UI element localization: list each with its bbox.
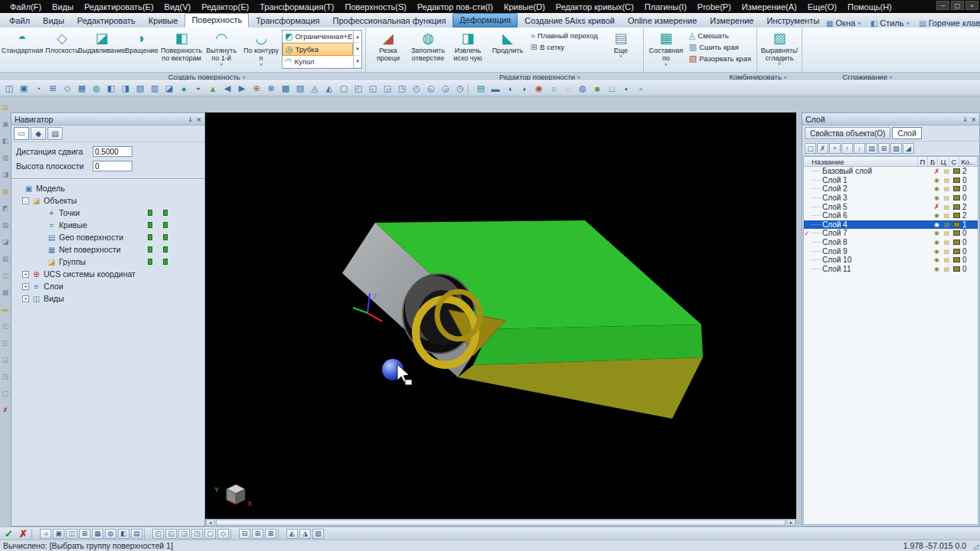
- bottom-toolbar-icon[interactable]: ◳: [191, 529, 203, 539]
- layer-toolbar-icon[interactable]: +: [829, 143, 841, 154]
- ribbon-tab[interactable]: Кривые: [142, 15, 185, 28]
- layer-toolbar-icon[interactable]: ◢: [903, 143, 914, 154]
- side-toolbar-icon[interactable]: ✗: [2, 407, 8, 414]
- toolbar-icon[interactable]: □: [605, 82, 619, 95]
- close-icon[interactable]: ×: [965, 1, 978, 10]
- layer-color-swatch[interactable]: [953, 249, 960, 254]
- bottom-toolbar-icon[interactable]: ◇: [217, 529, 229, 539]
- bottom-toolbar-icon[interactable]: ▤: [131, 529, 142, 539]
- layer-toolbar-icon[interactable]: ⊞: [878, 143, 890, 154]
- toolbar-icon[interactable]: ◵: [424, 82, 438, 95]
- side-toolbar-icon[interactable]: ▢: [2, 390, 9, 397]
- ribbon-small-button[interactable]: ▧ Разорвать края: [686, 53, 754, 64]
- layer-color-swatch[interactable]: [953, 230, 960, 236]
- ribbon-button[interactable]: ◨ Извлечь исхо чую поверхнос ˅: [448, 28, 488, 63]
- side-toolbar-icon[interactable]: ◨: [2, 171, 9, 178]
- layer-row[interactable]: ✓ Слой 7 ◉ ▤ 0: [804, 229, 978, 238]
- tree-item-toggles[interactable]: [137, 222, 204, 228]
- layer-row[interactable]: ✓ Слой 3 ◉ ▤ 0: [804, 194, 978, 203]
- toolbar-icon[interactable]: ▣: [17, 82, 31, 95]
- toolbar-icon[interactable]: ▦: [75, 82, 89, 95]
- toolbar-icon[interactable]: ◬: [308, 82, 322, 95]
- layer-visibility-icon[interactable]: ◉: [932, 185, 942, 192]
- menu-item[interactable]: Редактор пов-сти(I): [412, 2, 498, 12]
- pin-icon[interactable]: ⊸: [187, 116, 194, 122]
- layer-column-header[interactable]: П: [918, 157, 928, 166]
- layer-color-swatch[interactable]: [953, 195, 960, 201]
- layer-color-swatch[interactable]: [953, 257, 960, 262]
- toolbar-icon[interactable]: ◗: [518, 82, 531, 95]
- minimize-icon[interactable]: ─: [936, 1, 949, 10]
- toolbar-icon[interactable]: ◀: [220, 82, 234, 95]
- menu-item[interactable]: Трансформация(T): [254, 2, 339, 12]
- menu-item[interactable]: Поверхность(S): [339, 2, 411, 12]
- toolbar-icon[interactable]: ◇: [60, 82, 74, 95]
- toolbar-icon[interactable]: ◴: [410, 82, 423, 95]
- toolbar-icon[interactable]: ◨: [119, 82, 132, 95]
- toolbar-icon[interactable]: ◳: [395, 82, 409, 95]
- bottom-toolbar-icon[interactable]: ◧: [118, 529, 129, 539]
- bottom-toolbar-icon[interactable]: ⊞: [79, 529, 90, 539]
- side-toolbar-icon[interactable]: ◧: [2, 138, 9, 145]
- tree-item[interactable]: ▤ Geo поверхности: [11, 231, 204, 243]
- tree-item[interactable]: + ◫ Виды: [11, 292, 204, 305]
- ribbon-button[interactable]: ▨ Выравнять/ сгладить ˅: [760, 28, 799, 67]
- bottom-toolbar-icon[interactable]: ✗: [17, 529, 30, 539]
- tree-item-toggles[interactable]: [137, 259, 204, 265]
- ribbon-button[interactable]: ◧ Поверхность по векторам ˅: [162, 28, 201, 62]
- ribbon-tab[interactable]: Трансформация: [250, 15, 325, 28]
- view-cube[interactable]: Y X: [214, 484, 252, 507]
- side-toolbar-icon[interactable]: ▤: [2, 104, 9, 111]
- viewport-hscrollbar[interactable]: ◂ ▸: [205, 519, 796, 527]
- toolbar-icon[interactable]: ▪: [619, 82, 633, 95]
- menu-item[interactable]: Probe(P): [692, 2, 737, 12]
- menu-item[interactable]: Вид(V): [159, 2, 197, 12]
- layer-visibility-icon[interactable]: ◉: [932, 248, 942, 255]
- bottom-toolbar-icon[interactable]: ◰: [152, 529, 164, 539]
- layer-visibility-icon[interactable]: ◉: [932, 230, 942, 236]
- layer-toolbar-icon[interactable]: ↓: [854, 143, 865, 154]
- layer-row[interactable]: ✓ Слой 2 ◉ ▤ 0: [804, 184, 978, 194]
- toolbar-icon[interactable]: ◲: [381, 82, 394, 95]
- toolbar-icon[interactable]: ○: [547, 82, 560, 95]
- tree-item-toggles[interactable]: [137, 210, 204, 216]
- toolbar-icon[interactable]: ⊞: [46, 82, 60, 95]
- menu-item[interactable]: Помощь(H): [842, 2, 897, 12]
- menu-item[interactable]: Плагины(I): [639, 2, 692, 12]
- ribbon-button[interactable]: ◓ Стандартная ˅: [2, 28, 42, 54]
- menu-item[interactable]: Редактор кривых(C): [550, 2, 639, 12]
- viewport-3d[interactable]: Z Y X: [205, 112, 796, 519]
- layer-row[interactable]: ✓ Слой 11 ◉ ▤ 0: [804, 265, 978, 274]
- scroll-right-icon[interactable]: ▸: [787, 520, 795, 526]
- toolbar-icon[interactable]: ◱: [366, 82, 380, 95]
- bottom-toolbar-icon[interactable]: ◮: [299, 529, 311, 539]
- ribbon-button[interactable]: ◇ Плоскость ˅: [42, 28, 82, 54]
- maximize-icon[interactable]: ▢: [951, 1, 964, 10]
- layer-toolbar-icon[interactable]: ▤: [866, 143, 877, 154]
- bottom-toolbar-icon[interactable]: [31, 529, 38, 539]
- ribbon-button[interactable]: ▤ Еще ˅: [601, 28, 641, 59]
- layer-visibility-icon[interactable]: ◉: [932, 256, 942, 263]
- toolbar-icon[interactable]: ◔: [31, 82, 45, 95]
- ribbon-tab[interactable]: Редактировать: [71, 15, 142, 28]
- layer-color-swatch[interactable]: [953, 213, 960, 218]
- menu-item[interactable]: Кривые(D): [498, 2, 550, 12]
- layer-row[interactable]: ✓ Слой 5 ✗ ▤ 2: [804, 202, 978, 211]
- ribbon-button[interactable]: ◗ Вращение ˅: [122, 28, 162, 54]
- side-toolbar-icon[interactable]: ◫: [2, 272, 9, 279]
- ribbon-tab[interactable]: Инструменты: [760, 15, 825, 28]
- layer-visibility-icon[interactable]: ◉: [932, 221, 942, 228]
- bottom-toolbar-icon[interactable]: ▣: [53, 529, 64, 539]
- ribbon-small-button[interactable]: ≈ Плавный переход: [528, 30, 601, 41]
- side-toolbar-icon[interactable]: ◳: [2, 373, 9, 380]
- layer-visibility-icon[interactable]: ◉: [932, 212, 942, 219]
- side-toolbar-icon[interactable]: ◰: [2, 323, 9, 330]
- scroll-left-icon[interactable]: ◂: [206, 520, 214, 526]
- layer-visibility-icon[interactable]: ◉: [932, 239, 942, 246]
- toolbar-icon[interactable]: ▲: [206, 82, 220, 95]
- side-toolbar-icon[interactable]: ◩: [2, 205, 9, 212]
- layer-color-swatch[interactable]: [953, 222, 960, 227]
- gallery-scroll-down-icon[interactable]: ▼: [354, 43, 361, 55]
- bottom-toolbar-icon[interactable]: ⊠: [265, 529, 276, 539]
- ribbon-tab[interactable]: Деформация: [452, 13, 518, 28]
